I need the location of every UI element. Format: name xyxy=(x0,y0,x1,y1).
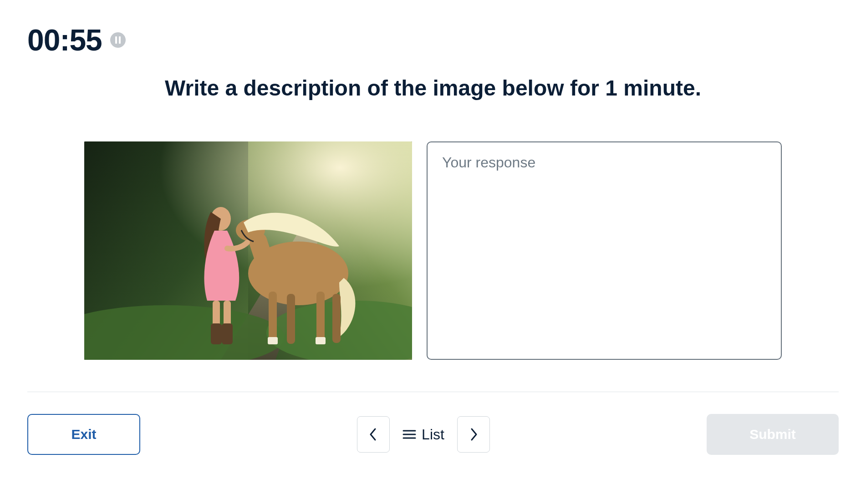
list-button[interactable]: List xyxy=(400,426,447,443)
svg-rect-12 xyxy=(269,292,277,342)
pause-icon[interactable] xyxy=(110,32,126,48)
footer: Exit List Sub xyxy=(27,414,839,455)
svg-rect-21 xyxy=(211,323,222,344)
svg-rect-17 xyxy=(316,337,326,344)
svg-rect-8 xyxy=(84,141,412,360)
svg-rect-16 xyxy=(268,337,278,344)
chevron-right-icon xyxy=(469,427,478,442)
svg-rect-15 xyxy=(332,294,341,343)
submit-button[interactable]: Submit xyxy=(707,414,839,455)
exit-button[interactable]: Exit xyxy=(27,414,140,455)
divider xyxy=(27,392,839,392)
page-root: 00:55 Write a description of the image b… xyxy=(0,0,866,473)
next-button[interactable] xyxy=(457,416,490,453)
svg-rect-0 xyxy=(115,36,117,44)
prompt-heading: Write a description of the image below f… xyxy=(27,76,839,101)
svg-rect-22 xyxy=(222,323,233,344)
timer-display: 00:55 xyxy=(27,23,102,57)
svg-rect-14 xyxy=(316,292,325,342)
content-row xyxy=(27,141,839,360)
svg-rect-13 xyxy=(287,294,295,344)
prompt-image xyxy=(84,141,412,360)
chevron-left-icon xyxy=(369,427,378,442)
response-input[interactable] xyxy=(427,141,782,360)
list-icon xyxy=(402,429,416,440)
prev-button[interactable] xyxy=(357,416,390,453)
svg-rect-1 xyxy=(119,36,121,44)
response-panel xyxy=(427,141,782,360)
timer-row: 00:55 xyxy=(27,23,839,57)
list-label: List xyxy=(422,426,444,443)
